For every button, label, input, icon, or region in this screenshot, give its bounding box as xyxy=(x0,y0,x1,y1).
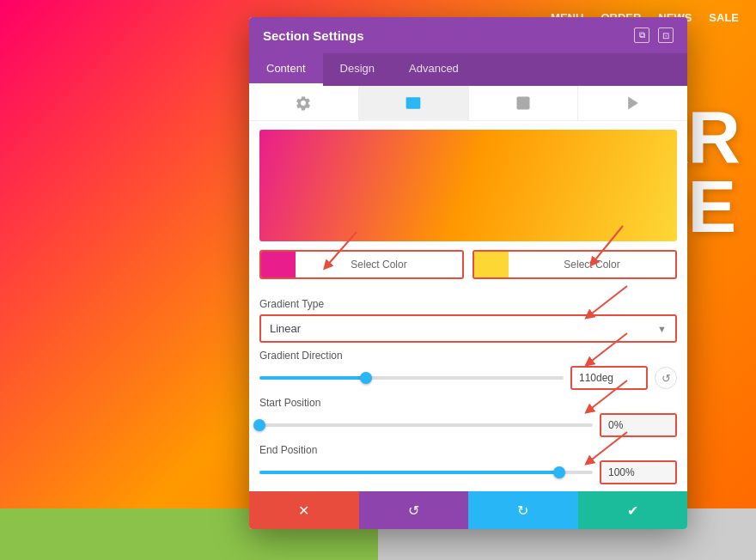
nav-sale[interactable]: SALE xyxy=(709,11,739,24)
end-position-label: End Position xyxy=(259,444,677,456)
end-position-thumb[interactable] xyxy=(553,466,565,478)
save-button[interactable]: ✔ xyxy=(578,491,688,529)
action-bar: ✕ ↺ ↻ ✔ xyxy=(249,491,687,529)
tab-advanced[interactable]: Advanced xyxy=(392,53,476,86)
color-label-2: Select Color xyxy=(509,259,675,271)
gradient-type-label: Gradient Type xyxy=(259,298,677,310)
expand-icon[interactable]: ⊡ xyxy=(658,27,674,43)
svg-point-2 xyxy=(520,100,522,102)
icon-cell-video[interactable] xyxy=(578,86,687,120)
modal-header: Section Settings ⧉ ⊡ xyxy=(249,17,687,53)
start-position-thumb[interactable] xyxy=(253,419,265,431)
modal-header-icons: ⧉ ⊡ xyxy=(634,27,674,43)
gradient-preview xyxy=(259,130,677,241)
start-position-label: Start Position xyxy=(259,397,677,409)
end-position-track[interactable] xyxy=(259,471,593,474)
color-picker-1[interactable]: Select Color xyxy=(259,250,464,279)
end-position-input-wrap xyxy=(600,460,677,484)
icon-cell-image[interactable] xyxy=(469,86,579,120)
settings-icon xyxy=(295,94,312,112)
gradient-icon xyxy=(405,94,422,112)
image-icon xyxy=(515,94,532,112)
undo-button[interactable]: ↺ xyxy=(359,491,469,529)
icon-type-row xyxy=(249,86,687,121)
icon-cell-settings[interactable] xyxy=(249,86,359,120)
color-picker-2[interactable]: Select Color xyxy=(472,250,677,279)
modal-tabs: Content Design Advanced xyxy=(249,53,687,86)
color-swatch-2 xyxy=(474,252,509,277)
start-position-track[interactable] xyxy=(259,423,593,427)
video-icon xyxy=(625,94,642,112)
gradient-type-select[interactable]: Linear Radial xyxy=(261,316,675,341)
redo-button[interactable]: ↻ xyxy=(468,491,578,529)
end-position-row xyxy=(259,460,677,484)
gradient-direction-reset[interactable]: ↺ xyxy=(655,367,677,389)
gradient-direction-label: Gradient Direction xyxy=(259,350,677,362)
gradient-direction-input-wrap xyxy=(570,366,648,390)
gradient-type-select-wrapper: Linear Radial ▼ xyxy=(259,314,677,343)
color-swatch-1 xyxy=(261,252,296,277)
svg-marker-3 xyxy=(628,97,638,110)
start-position-input[interactable] xyxy=(601,415,675,435)
start-position-input-wrap xyxy=(600,413,677,437)
end-position-input[interactable] xyxy=(601,462,675,483)
color-pickers-row: Select Color Select Color xyxy=(259,250,677,279)
cancel-button[interactable]: ✕ xyxy=(249,491,359,529)
tab-content[interactable]: Content xyxy=(249,53,323,86)
gradient-direction-track[interactable] xyxy=(259,376,564,380)
tab-design[interactable]: Design xyxy=(323,53,392,86)
settings-body: Gradient Type Linear Radial ▼ Gradient D… xyxy=(249,286,687,491)
gradient-direction-row: ↺ xyxy=(259,366,677,390)
end-position-fill xyxy=(259,471,559,474)
icon-cell-gradient[interactable] xyxy=(359,86,469,120)
start-position-row xyxy=(259,413,677,437)
gradient-direction-fill xyxy=(259,376,366,380)
gradient-direction-thumb[interactable] xyxy=(360,372,372,384)
modal-title: Section Settings xyxy=(263,28,364,43)
gradient-direction-input[interactable] xyxy=(572,368,646,388)
copy-icon[interactable]: ⧉ xyxy=(634,27,649,43)
color-label-1: Select Color xyxy=(296,259,462,271)
svg-rect-0 xyxy=(406,97,421,108)
section-settings-modal: Section Settings ⧉ ⊡ Content Design Adva… xyxy=(249,17,687,529)
